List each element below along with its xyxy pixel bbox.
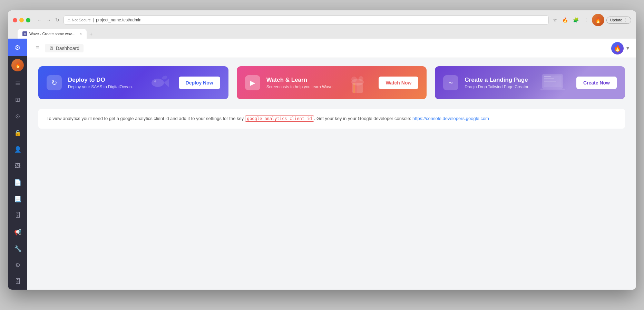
sidebar-nav: ☰ ⊞ ⊙ 🔒 👤 🖼 📄 [8,74,27,290]
close-traffic-light[interactable] [13,18,17,22]
address-bar[interactable]: ⚠ Not Secure | project_name.test/admin [64,16,549,24]
browser-chrome: ← → ↻ ⚠ Not Secure | project_name.test/a… [8,10,636,39]
maximize-traffic-light[interactable] [26,18,30,22]
sidebar-item-megaphone[interactable]: 📢 [8,224,27,240]
sidebar-item-document[interactable]: 📄 [8,174,27,190]
active-tab[interactable]: ⚙ Wave - Create some waves an... × [18,29,87,39]
sidebar-item-settings[interactable]: ⚙ [8,257,27,273]
watch-card: ▶ Watch & Learn Screencasts to help you … [237,66,427,99]
browser-window: ← → ↻ ⚠ Not Secure | project_name.test/a… [8,10,636,290]
back-button[interactable]: ← [36,17,43,23]
avatar-placeholder: 🔥 [11,59,24,71]
dashboard-icon: 🖥 [49,46,54,51]
forward-button[interactable]: → [45,17,52,23]
create-card-text: Create a Landing Page Drag'n Drop Tailwi… [465,77,570,89]
sidebar-item-file[interactable]: 📃 [8,191,27,207]
image-icon: 🖼 [15,162,21,169]
watch-card-subtitle: Screencasts to help you learn Wave. [266,84,373,89]
warning-icon: ⚠ [67,18,71,22]
deploy-card-text: Deploy to DO Deploy your SAAS to Digital… [68,77,173,89]
deploy-card: ↻ Deploy to DO Deploy your SAAS to Digit… [38,66,228,99]
new-tab-button[interactable]: + [87,30,95,39]
top-bar: ≡ 🖥 Dashboard 🔥 ▾ [27,39,636,58]
analytics-link[interactable]: https://console.developers.google.com [412,116,489,121]
browser-actions: ☆ 🔥 🧩 ⋮ 🔥 Update ⋮ [552,14,631,26]
analytics-notice-text-before: To view analytics you'll need to get a g… [47,116,245,121]
hamburger-button[interactable]: ≡ [34,43,41,53]
helm-icon: ⚙ [14,43,21,52]
app-container: ⚙ 🔥 ☰ ⊞ ⊙ 🔒 👤 [8,39,636,290]
tab-favicon: ⚙ [22,31,27,36]
sidebar-item-user[interactable]: 👤 [8,141,27,157]
watch-card-text: Watch & Learn Screencasts to help you le… [266,77,373,89]
minimize-traffic-light[interactable] [19,18,24,22]
not-secure-indicator: ⚠ Not Secure [67,18,91,22]
layers-icon: ⊞ [15,96,20,103]
browser-user-avatar[interactable]: 🔥 [592,14,604,26]
browser-controls: ← → ↻ ⚠ Not Secure | project_name.test/a… [13,14,631,26]
database-icon: 🗄 [15,212,21,219]
file-icon: 📃 [14,196,21,203]
promo-cards-row: ↻ Deploy to DO Deploy your SAAS to Digit… [38,66,625,99]
create-now-button[interactable]: Create Now [576,77,617,89]
sidebar-item-database[interactable]: 🗄 [8,208,27,223]
breadcrumb: 🖥 Dashboard [45,44,84,52]
update-button[interactable]: Update ⋮ [606,17,631,24]
menu-icon: ☰ [15,80,20,87]
wave-icon: ~ [449,79,453,87]
user-dropdown-arrow[interactable]: ▾ [626,45,629,51]
sidebar-logo[interactable]: ⚙ [8,39,27,56]
create-card-title: Create a Landing Page [465,77,570,83]
tools-icon: 🔧 [14,245,21,252]
watch-card-icon: ▶ [245,75,260,90]
dashboard-breadcrumb[interactable]: 🖥 Dashboard [45,44,84,52]
sidebar-item-camera[interactable]: ⊙ [8,108,27,124]
avatar-icon: 🔥 [595,17,602,23]
megaphone-icon: 📢 [14,229,21,236]
tab-title: Wave - Create some waves an... [29,32,78,36]
storage-icon: 🗄 [15,278,21,285]
extension-button[interactable]: 🔥 [561,17,569,23]
play-icon: ▶ [250,79,255,87]
create-card: ~ Create a Landing Page Drag'n Drop Tail… [435,66,625,99]
document-icon: 📄 [14,179,21,186]
sidebar-item-image[interactable]: 🖼 [8,158,27,174]
user-icon: 👤 [14,146,21,153]
update-menu-icon: ⋮ [624,18,627,22]
refresh-button[interactable]: ↻ [54,17,61,23]
analytics-notice-text-after: . Get your key in your Google developer … [314,116,412,121]
menu-button[interactable]: ⋮ [582,17,590,23]
extensions-button[interactable]: 🧩 [572,17,580,23]
sidebar: ⚙ 🔥 ☰ ⊞ ⊙ 🔒 👤 [8,39,27,290]
create-card-subtitle: Drag'n Drop Tailwind Page Creator [465,84,570,89]
hamburger-icon: ≡ [36,44,39,51]
lock-icon: 🔒 [14,129,21,137]
browser-nav-buttons: ← → ↻ [36,17,61,23]
camera-icon: ⊙ [15,113,20,120]
analytics-key: google_analytics_client_id [245,116,314,122]
sidebar-item-tools[interactable]: 🔧 [8,241,27,257]
refresh-icon: ↻ [51,79,57,87]
sidebar-item-storage[interactable]: 🗄 [8,274,27,290]
deploy-card-title: Deploy to DO [68,77,173,83]
deploy-card-icon: ↻ [47,75,62,90]
create-card-icon: ~ [443,75,458,90]
address-bar-row: ⚠ Not Secure | project_name.test/admin [64,16,549,24]
star-button[interactable]: ☆ [552,17,559,23]
tab-bar: ⚙ Wave - Create some waves an... × + [13,29,631,39]
deploy-card-subtitle: Deploy your SAAS to DigitalOcean. [68,84,173,89]
url-text: project_name.test/admin [96,18,141,22]
sidebar-user-avatar[interactable]: 🔥 [8,56,27,74]
topbar-user-avatar[interactable]: 🔥 [611,42,624,54]
settings-icon: ⚙ [15,262,20,269]
watch-now-button[interactable]: Watch Now [379,77,418,89]
main-content: ↻ Deploy to DO Deploy your SAAS to Digit… [27,58,636,290]
sidebar-item-menu[interactable]: ☰ [8,75,27,91]
tab-close-button[interactable]: × [80,32,82,36]
sidebar-item-layers[interactable]: ⊞ [8,92,27,108]
sidebar-item-lock[interactable]: 🔒 [8,125,27,141]
user-avatar-icon: 🔥 [614,44,621,52]
content-area: ↻ Deploy to DO Deploy your SAAS to Digit… [27,58,636,290]
deploy-now-button[interactable]: Deploy Now [179,77,220,89]
traffic-lights [13,18,30,22]
